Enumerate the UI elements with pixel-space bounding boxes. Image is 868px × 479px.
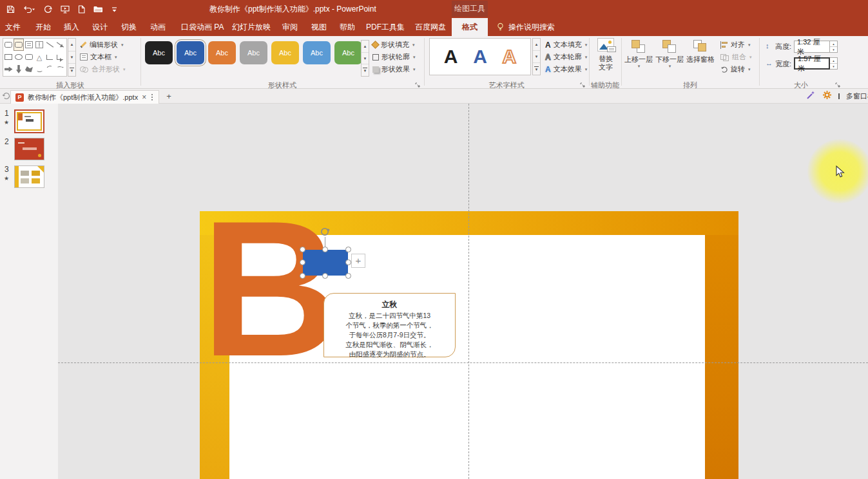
liqiu-textbox[interactable]: 立秋 立秋，是二十四节气中第13 个节气，秋季的第一个节气， 于每年公历8月7-… <box>323 293 456 357</box>
shape-arrow-right-icon[interactable] <box>3 63 14 75</box>
shape-style-dark-blue[interactable]: Abc <box>177 41 204 64</box>
height-spinner[interactable]: ▴▾ <box>830 41 838 53</box>
selected-blue-rectangle[interactable] <box>303 250 348 276</box>
resize-handle-w[interactable] <box>300 259 305 265</box>
shape-curve-icon[interactable] <box>55 63 65 75</box>
tab-pocket-animation[interactable]: 口袋动画 PA <box>181 18 224 36</box>
wordart-dialog-launcher[interactable] <box>580 81 585 89</box>
shape-effects-button[interactable]: 形状效果▾ <box>372 64 416 75</box>
rotate-button[interactable]: 旋转▾ <box>720 64 751 75</box>
tab-transitions[interactable]: 切换 <box>121 18 137 36</box>
shapes-gallery-scrollbar[interactable]: ▲▼▼ <box>68 38 76 77</box>
magic-wand-icon[interactable] <box>806 90 816 102</box>
group-button[interactable]: 组合▾ <box>720 52 752 62</box>
shape-triangle-icon[interactable]: △ <box>34 51 44 63</box>
text-outline-button[interactable]: A 文本轮廓▾ <box>545 52 587 62</box>
shape-oval-icon[interactable] <box>14 51 24 63</box>
multi-window-icon[interactable] <box>838 93 840 99</box>
resize-handle-ne[interactable] <box>345 247 351 252</box>
resize-handle-e[interactable] <box>345 259 351 265</box>
quick-add-button[interactable]: + <box>351 254 365 268</box>
shape-rounded-rect-icon[interactable] <box>3 39 14 51</box>
tab-home[interactable]: 开始 <box>35 18 51 36</box>
merge-shapes-button[interactable]: 合并形状▾ <box>80 64 126 75</box>
wordart-blue-a[interactable]: A <box>473 47 487 66</box>
shape-arrow-down-icon[interactable] <box>14 63 24 75</box>
shape-arrow-icon[interactable] <box>55 39 65 51</box>
new-tab-button[interactable]: + <box>163 91 175 102</box>
shape-style-black[interactable]: Abc <box>145 41 173 64</box>
shape-scribble-icon[interactable] <box>34 63 44 75</box>
gear-icon[interactable] <box>822 90 832 102</box>
wordart-black-a[interactable]: A <box>444 47 458 66</box>
slide-editing-canvas[interactable]: B + 立秋 立秋，是二十四节气中第13 个节气，秋季的第一个节气， 于每年公历… <box>58 104 868 479</box>
alt-text-button[interactable]: 替换 文字 <box>592 38 620 71</box>
shape-style-orange[interactable]: Abc <box>208 41 236 64</box>
shape-style-gold[interactable]: Abc <box>271 41 299 64</box>
tab-pdf-tools[interactable]: PDF工具集 <box>366 18 405 36</box>
shape-style-scrollbar[interactable]: ▲▼▼ <box>361 40 369 77</box>
shape-arc-icon[interactable] <box>44 63 55 75</box>
tab-file[interactable]: 文件 <box>5 18 21 36</box>
shape-rounded-rect-selected-icon[interactable] <box>14 39 24 51</box>
send-backward-button[interactable]: 下移一层 ▾ <box>655 40 684 69</box>
resize-handle-s[interactable] <box>322 273 328 279</box>
shape-line-icon[interactable] <box>44 39 55 51</box>
tab-slideshow[interactable]: 幻灯片放映 <box>232 18 271 36</box>
shape-freeform-icon[interactable] <box>24 63 34 75</box>
close-tab-icon[interactable]: × <box>142 93 146 102</box>
tab-animations[interactable]: 动画 <box>150 18 166 36</box>
new-file-icon[interactable] <box>78 5 85 14</box>
customize-qat-icon[interactable] <box>111 6 117 13</box>
resize-handle-n[interactable] <box>322 247 328 252</box>
bring-forward-button[interactable]: 上移一层 ▾ <box>624 40 653 69</box>
size-dialog-launcher[interactable] <box>835 81 840 89</box>
tab-baidu-pan[interactable]: 百度网盘 <box>415 18 446 36</box>
shape-vertical-textbox-icon[interactable] <box>34 39 44 51</box>
redo-icon[interactable] <box>44 5 52 14</box>
slide-thumbnail-3[interactable] <box>14 165 44 188</box>
shape-styles-dialog-launcher[interactable] <box>415 81 420 89</box>
text-effects-button[interactable]: A 文本效果▾ <box>545 64 587 75</box>
height-field[interactable]: 1.32 厘米 <box>794 41 830 53</box>
shape-elbow-connector-icon[interactable] <box>44 51 55 63</box>
shape-style-gray[interactable]: Abc <box>240 41 267 64</box>
letter-b-shape[interactable]: B <box>201 192 337 385</box>
align-button[interactable]: 对齐▾ <box>720 39 751 50</box>
shape-rounded-rectangle-icon[interactable] <box>24 51 34 63</box>
text-box-button[interactable]: 文本框▾ <box>80 52 117 62</box>
text-fill-button[interactable]: A 文本填充▾ <box>545 39 587 50</box>
wordart-scrollbar[interactable]: ▲▼▼ <box>532 38 541 75</box>
shape-outline-button[interactable]: 形状轮廓▾ <box>372 52 416 62</box>
document-tab[interactable]: P 教你制作《ppt制作渐入功能》.pptx × <box>10 90 159 104</box>
tab-menu-icon[interactable] <box>150 93 154 102</box>
shape-textbox-icon[interactable] <box>24 39 34 51</box>
selection-pane-button[interactable]: 选择窗格 <box>686 40 715 64</box>
slide-thumbnail-2[interactable] <box>14 138 44 160</box>
undo-icon[interactable] <box>23 5 35 14</box>
shape-fill-button[interactable]: 形状填充▾ <box>372 39 415 50</box>
width-spinner[interactable]: ▴▾ <box>830 57 838 70</box>
wordart-orange-outline-a[interactable]: A <box>502 47 516 66</box>
shape-style-light-blue[interactable]: Abc <box>303 41 331 64</box>
tab-view[interactable]: 视图 <box>311 18 327 36</box>
tab-format-active[interactable]: 格式 <box>452 18 488 36</box>
tab-help[interactable]: 帮助 <box>340 18 355 36</box>
rotate-handle-icon[interactable] <box>319 226 331 240</box>
tab-review[interactable]: 审阅 <box>282 18 298 36</box>
resize-handle-nw[interactable] <box>300 247 305 252</box>
multi-window-label[interactable]: 多窗口模式 <box>846 91 868 101</box>
save-icon[interactable] <box>6 5 15 14</box>
edit-shape-button[interactable]: 编辑形状▾ <box>80 39 124 50</box>
session-history-icon[interactable] <box>2 91 11 103</box>
open-folder-icon[interactable] <box>93 5 103 13</box>
shape-elbow-arrow-icon[interactable] <box>55 51 65 63</box>
resize-handle-se[interactable] <box>345 273 351 279</box>
slide-thumbnail-1[interactable] <box>14 109 44 133</box>
slideshow-icon[interactable] <box>61 5 70 14</box>
width-field[interactable]: 1.57 厘米 <box>794 57 830 70</box>
shape-rectangle-icon[interactable] <box>3 51 14 63</box>
resize-handle-sw[interactable] <box>300 273 305 279</box>
tab-design[interactable]: 设计 <box>92 18 108 36</box>
shape-style-green[interactable]: Abc <box>334 41 362 64</box>
